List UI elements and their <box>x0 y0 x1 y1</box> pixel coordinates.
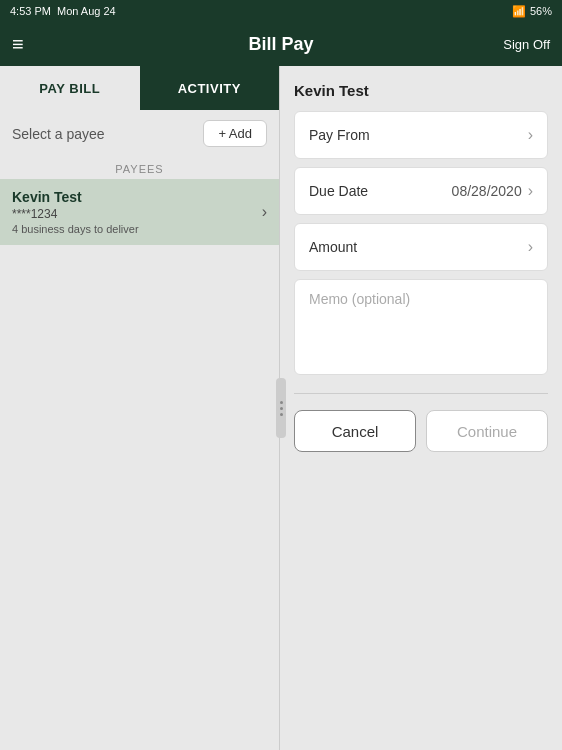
pay-from-chevron-icon: › <box>528 126 533 144</box>
pay-from-label: Pay From <box>309 127 370 143</box>
payee-selector-label: Select a payee <box>12 126 105 142</box>
sign-off-button[interactable]: Sign Off <box>503 37 550 52</box>
wifi-icon: 📶 <box>512 5 526 18</box>
amount-chevron-icon: › <box>528 238 533 256</box>
memo-placeholder: Memo (optional) <box>309 291 410 307</box>
add-payee-button[interactable]: + Add <box>203 120 267 147</box>
due-date-text: 08/28/2020 <box>452 183 522 199</box>
payee-item-info: Kevin Test ****1234 4 business days to d… <box>12 189 139 235</box>
divider-dot-1 <box>280 401 283 404</box>
divider-dot-3 <box>280 413 283 416</box>
status-bar-right: 📶 56% <box>512 5 552 18</box>
form-divider <box>294 393 548 394</box>
due-date-chevron-icon: › <box>528 182 533 200</box>
divider-dot-2 <box>280 407 283 410</box>
tab-bar: PAY BILL ACTIVITY <box>0 66 279 110</box>
right-panel: Kevin Test Pay From › Due Date 08/28/202… <box>280 66 562 750</box>
amount-row[interactable]: Amount › <box>294 223 548 271</box>
app-title: Bill Pay <box>248 34 313 55</box>
pay-from-row[interactable]: Pay From › <box>294 111 548 159</box>
due-date-value: 08/28/2020 › <box>452 182 533 200</box>
amount-label: Amount <box>309 239 357 255</box>
pay-from-value: › <box>528 126 533 144</box>
payee-delivery: 4 business days to deliver <box>12 223 139 235</box>
status-bar-left: 4:53 PM Mon Aug 24 <box>10 5 116 17</box>
tab-pay-bill[interactable]: PAY BILL <box>0 66 140 110</box>
payees-section-header: PAYEES <box>0 157 279 179</box>
cancel-button[interactable]: Cancel <box>294 410 416 452</box>
menu-icon[interactable]: ≡ <box>12 33 24 56</box>
left-panel: PAY BILL ACTIVITY Select a payee + Add P… <box>0 66 280 750</box>
status-bar: 4:53 PM Mon Aug 24 📶 56% <box>0 0 562 22</box>
payee-name: Kevin Test <box>12 189 139 205</box>
list-item[interactable]: Kevin Test ****1234 4 business days to d… <box>0 179 279 245</box>
panel-divider <box>276 378 286 438</box>
battery-display: 56% <box>530 5 552 17</box>
main-layout: PAY BILL ACTIVITY Select a payee + Add P… <box>0 66 562 750</box>
time-display: 4:53 PM <box>10 5 51 17</box>
amount-value: › <box>528 238 533 256</box>
selected-payee-title: Kevin Test <box>294 82 548 99</box>
payee-account: ****1234 <box>12 207 139 221</box>
app-header: ≡ Bill Pay Sign Off <box>0 22 562 66</box>
due-date-label: Due Date <box>309 183 368 199</box>
due-date-row[interactable]: Due Date 08/28/2020 › <box>294 167 548 215</box>
payee-chevron-icon: › <box>262 203 267 221</box>
continue-button[interactable]: Continue <box>426 410 548 452</box>
tab-activity[interactable]: ACTIVITY <box>140 66 280 110</box>
action-buttons: Cancel Continue <box>294 410 548 452</box>
payee-selector-row: Select a payee + Add <box>0 110 279 157</box>
date-display: Mon Aug 24 <box>57 5 116 17</box>
memo-field[interactable]: Memo (optional) <box>294 279 548 375</box>
